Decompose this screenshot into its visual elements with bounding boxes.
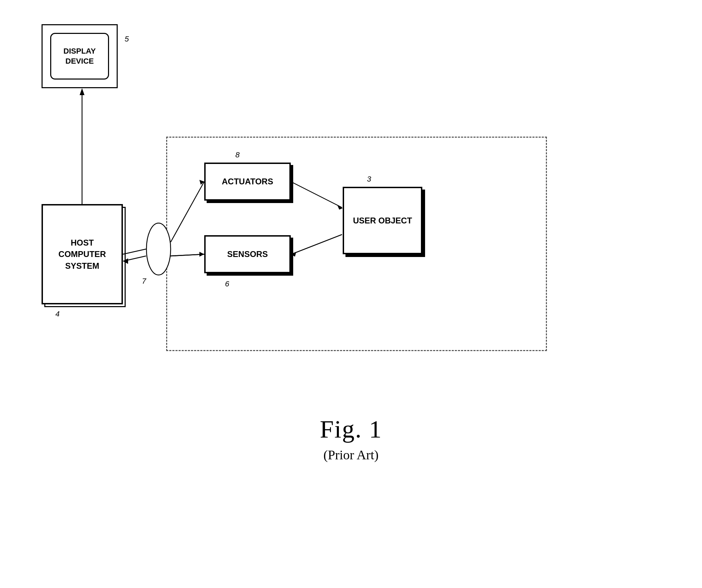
svg-line-14 (123, 256, 146, 261)
ref-label-5: 5 (125, 35, 129, 44)
caption-area: Fig. 1 (Prior Art) (0, 415, 702, 462)
sensors-label: SENSORS (227, 249, 268, 259)
actuators-label: ACTUATORS (222, 177, 273, 186)
diagram-container: DISPLAY DEVICE 5 HOSTCOMPUTERSYSTEM 4 AC… (21, 14, 678, 394)
user-object-box: USER OBJECT (343, 187, 422, 254)
display-device-inner: DISPLAY DEVICE (50, 33, 109, 80)
ref-label-8: 8 (235, 150, 240, 159)
ref-label-3: 3 (367, 175, 371, 184)
display-device-label: DISPLAY DEVICE (51, 46, 108, 66)
ref-label-6: 6 (225, 279, 229, 288)
host-computer-label: HOSTCOMPUTERSYSTEM (58, 237, 106, 272)
svg-line-4 (123, 249, 146, 254)
svg-marker-15 (123, 258, 128, 264)
actuators-box: ACTUATORS (204, 163, 291, 201)
figure-label: Fig. 1 (0, 415, 702, 444)
svg-text:7: 7 (142, 277, 146, 285)
svg-marker-1 (80, 88, 84, 95)
display-device-box: DISPLAY DEVICE (42, 24, 118, 88)
prior-art-label: (Prior Art) (0, 447, 702, 462)
host-computer-box: HOSTCOMPUTERSYSTEM (42, 204, 123, 304)
user-object-label: USER OBJECT (353, 215, 412, 227)
sensors-box: SENSORS (204, 235, 291, 273)
ref-label-4: 4 (55, 310, 60, 319)
